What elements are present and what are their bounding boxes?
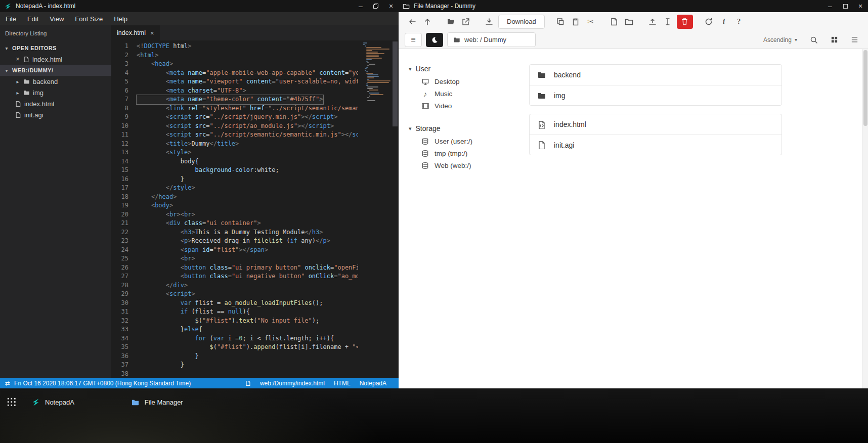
workspace-root[interactable]: ▾ WEB:/DUMMY/ bbox=[0, 65, 111, 76]
scrollbar-thumb[interactable] bbox=[863, 50, 867, 126]
minimize-icon[interactable]: – bbox=[822, 0, 838, 12]
tree-item-init-agi[interactable]: init.agi bbox=[0, 109, 111, 120]
file-row-img[interactable]: img bbox=[530, 85, 782, 105]
tab-close-icon[interactable]: × bbox=[150, 29, 154, 37]
editor-pane: index.html × 1<!DOCTYPE html>2<html>3 <h… bbox=[111, 25, 399, 378]
up-button[interactable] bbox=[420, 15, 435, 29]
taskbar-item-filemanager[interactable]: File Manager bbox=[131, 396, 183, 408]
file-group: index.html init.agi bbox=[529, 114, 782, 155]
status-language[interactable]: HTML bbox=[334, 380, 351, 387]
notepada-window-title: NotepadA - index.html bbox=[16, 3, 75, 10]
music-icon: ♪ bbox=[421, 90, 429, 98]
help-icon[interactable]: ? bbox=[731, 15, 747, 29]
maximize-icon[interactable] bbox=[838, 0, 853, 12]
chevron-right-icon: ▸ bbox=[15, 90, 20, 96]
delete-button[interactable] bbox=[677, 15, 693, 29]
sync-icon: ⇄ bbox=[5, 380, 10, 387]
filemanager-window: File Manager - Dummy – × bbox=[399, 0, 868, 388]
tab-index-html[interactable]: index.html × bbox=[111, 25, 160, 40]
sidebar-item-desktop[interactable]: Desktop bbox=[409, 75, 515, 87]
sidebar-item-tmp-drive[interactable]: tmp (tmp:/) bbox=[409, 147, 515, 159]
sidebar-section-user[interactable]: ▾ User bbox=[409, 62, 515, 75]
menu-view[interactable]: View bbox=[44, 12, 69, 25]
file-icon bbox=[15, 112, 21, 118]
taskbar-item-notepada[interactable]: NotepadA bbox=[31, 396, 74, 408]
copy-button[interactable] bbox=[553, 15, 568, 29]
file-row-backend[interactable]: backend bbox=[530, 65, 782, 85]
menu-edit[interactable]: Edit bbox=[22, 12, 44, 25]
directory-listing-label: Directory Listing bbox=[0, 25, 111, 42]
restore-icon[interactable] bbox=[368, 0, 383, 12]
new-file-button[interactable] bbox=[606, 15, 622, 29]
filemanager-titlebar[interactable]: File Manager - Dummy – × bbox=[399, 0, 868, 12]
download-button[interactable]: Download bbox=[498, 15, 545, 29]
open-in-new-window-button[interactable] bbox=[458, 15, 473, 29]
editor-scrollbar[interactable] bbox=[392, 40, 399, 378]
info-icon[interactable]: i bbox=[716, 15, 731, 29]
menu-help[interactable]: Help bbox=[108, 12, 133, 25]
status-appname: NotepadA bbox=[360, 380, 386, 387]
file-row-init-agi[interactable]: init.agi bbox=[530, 135, 782, 155]
open-editor-item[interactable]: × index.html bbox=[0, 54, 111, 65]
folder-icon bbox=[453, 36, 460, 43]
tree-item-img[interactable]: ▸ img bbox=[0, 87, 111, 98]
desktop: NotepadA - index.html – × File Edit View… bbox=[0, 0, 868, 443]
tab-label: index.html bbox=[117, 29, 146, 36]
sidebar-item-user-drive[interactable]: User (user:/) bbox=[409, 135, 515, 147]
notepada-statusbar: ⇄ Fri Oct 16 2020 18:06:17 GMT+0800 (Hon… bbox=[0, 378, 399, 388]
sidebar-item-music[interactable]: ♪ Music bbox=[409, 87, 515, 100]
notepada-logo-icon bbox=[31, 398, 40, 407]
sidebar-section-storage[interactable]: ▾ Storage bbox=[409, 122, 515, 135]
file-icon bbox=[537, 141, 547, 149]
menu-button[interactable]: ≡ bbox=[405, 33, 422, 47]
open-folder-button[interactable] bbox=[443, 15, 458, 29]
menu-font-size[interactable]: Font Size bbox=[69, 12, 108, 25]
tree-item-backend[interactable]: ▸ backend bbox=[0, 76, 111, 87]
file-row-index-html[interactable]: index.html bbox=[530, 114, 782, 135]
filemanager-window-title: File Manager - Dummy bbox=[414, 3, 475, 10]
app-launcher-icon[interactable] bbox=[7, 397, 16, 407]
sidebar-item-video[interactable]: Video bbox=[409, 100, 515, 112]
search-icon[interactable] bbox=[806, 33, 821, 47]
folder-icon bbox=[537, 71, 547, 79]
close-icon[interactable]: × bbox=[383, 0, 399, 12]
file-icon bbox=[23, 56, 29, 63]
sort-dropdown[interactable]: Ascending ▾ bbox=[763, 36, 797, 43]
open-editors-header[interactable]: ▾ OPEN EDITORS bbox=[0, 42, 111, 54]
folder-icon bbox=[537, 92, 547, 100]
filemanager-addressbar: ≡ web: / Dummy Ascending ▾ bbox=[399, 31, 868, 49]
breadcrumb[interactable]: web: / Dummy bbox=[447, 32, 536, 47]
code-area[interactable]: 1<!DOCTYPE html>2<html>3 <head>4 <meta n… bbox=[111, 40, 358, 378]
cut-icon[interactable]: ✂ bbox=[583, 15, 598, 29]
list-view-icon[interactable] bbox=[847, 33, 862, 47]
paste-button[interactable] bbox=[568, 15, 583, 29]
upload-button[interactable] bbox=[645, 15, 660, 29]
sidebar-item-web-drive[interactable]: Web (web:/) bbox=[409, 159, 515, 171]
drive-icon bbox=[421, 138, 429, 145]
window-scrollbar[interactable] bbox=[862, 49, 868, 388]
minimap[interactable] bbox=[363, 42, 389, 102]
scrollbar-thumb[interactable] bbox=[393, 41, 398, 126]
file-name: img bbox=[554, 92, 566, 100]
hamburger-icon: ≡ bbox=[411, 35, 415, 45]
menu-file[interactable]: File bbox=[0, 12, 22, 25]
refresh-button[interactable] bbox=[701, 15, 716, 29]
minimize-icon[interactable]: – bbox=[353, 0, 368, 12]
desktop-icon bbox=[421, 78, 429, 85]
folder-group: backend img bbox=[529, 64, 782, 106]
notepada-titlebar[interactable]: NotepadA - index.html – × bbox=[0, 0, 399, 12]
back-button[interactable] bbox=[405, 15, 420, 29]
chevron-down-icon: ▾ bbox=[795, 37, 797, 42]
download-icon-button[interactable] bbox=[482, 15, 497, 29]
file-icon bbox=[245, 380, 251, 386]
folder-icon bbox=[23, 78, 30, 84]
status-filepath[interactable]: web:/Dummy/index.html bbox=[260, 380, 325, 387]
dark-mode-button[interactable] bbox=[426, 33, 443, 47]
close-icon[interactable]: × bbox=[853, 0, 868, 12]
folder-icon bbox=[131, 398, 140, 406]
tree-item-index-html[interactable]: index.html bbox=[0, 98, 111, 109]
close-icon[interactable]: × bbox=[15, 56, 20, 63]
grid-view-icon[interactable] bbox=[827, 33, 842, 47]
rename-button[interactable] bbox=[660, 15, 675, 29]
new-folder-button[interactable] bbox=[622, 15, 637, 29]
